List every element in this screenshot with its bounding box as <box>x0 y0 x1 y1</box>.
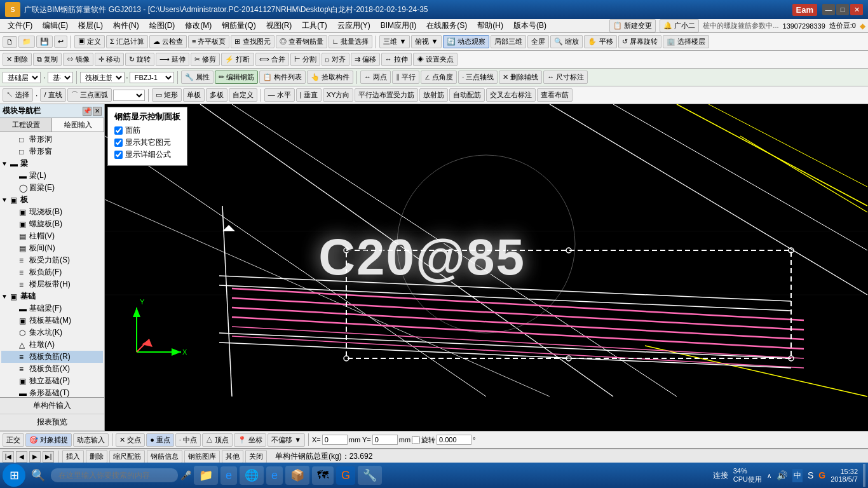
edit-rebar-button[interactable]: ✏ 编辑钢筋 <box>215 71 258 84</box>
speaker-icon[interactable]: 🔊 <box>776 470 787 480</box>
menu-component[interactable]: 构件(N) <box>108 19 144 32</box>
close-button[interactable]: ✕ <box>850 4 863 15</box>
taskbar-app-app1[interactable]: 📦 <box>285 466 309 485</box>
tree-item-foundation-beam[interactable]: ▬ 基础梁(F) <box>1 302 103 315</box>
tree-item-beam-l[interactable]: ▬ 梁(L) <box>1 170 103 182</box>
guang-xiao-er-button[interactable]: 🔔 广小二 <box>660 19 699 32</box>
taskbar-app-ie2[interactable]: e <box>266 466 283 485</box>
split-button[interactable]: ⊢ 分割 <box>290 53 320 66</box>
center-snap-button[interactable]: · 中点 <box>175 433 201 447</box>
tree-item-foundation[interactable]: ▼ ▣ 基础 <box>1 290 103 302</box>
move-button[interactable]: ✛ 移动 <box>95 53 124 66</box>
tree-item-slab-inter[interactable]: ▤ 板间(N) <box>1 242 103 254</box>
tree-item-column-cap[interactable]: ▤ 柱帽(V) <box>1 230 103 242</box>
view-rebar-button[interactable]: ◎ 查看钢筋量 <box>276 35 327 48</box>
nav-next-button[interactable]: ▶ <box>29 451 41 463</box>
menu-floor[interactable]: 楼层(L) <box>73 19 108 32</box>
stretch-button[interactable]: ↔ 拉伸 <box>381 53 412 66</box>
y-input[interactable] <box>372 435 398 445</box>
show-desktop-button[interactable] <box>863 464 865 487</box>
radial-rebar-button[interactable]: 放射筋 <box>419 88 448 102</box>
offset-button[interactable]: ⇉ 偏移 <box>351 53 380 66</box>
tree-item-slab-rebar[interactable]: ≡ 板受力筋(S) <box>1 254 103 266</box>
maximize-button[interactable]: □ <box>836 4 849 15</box>
x-input[interactable] <box>322 435 348 445</box>
select-tool-button[interactable]: ↖ 选择 <box>3 88 33 102</box>
summary-calc-button[interactable]: Σ 汇总计算 <box>106 35 148 48</box>
menu-version[interactable]: 版本号(B) <box>508 19 552 32</box>
tree-item-sump[interactable]: ⬡ 集水坑(K) <box>1 327 103 339</box>
rect-button[interactable]: ▭ 矩形 <box>152 88 182 102</box>
tree-item-strip-foundation[interactable]: ▬ 条形基础(T) <box>1 387 103 397</box>
delete-row-button[interactable]: 删除 <box>86 450 107 463</box>
base-select[interactable]: 基础 <box>48 72 73 83</box>
menu-cloud[interactable]: 云应用(Y) <box>332 19 376 32</box>
define-button[interactable]: ▣ 定义 <box>74 35 105 48</box>
set-grip-button[interactable]: ◈ 设置夹点 <box>413 53 458 66</box>
menu-edit[interactable]: 编辑(E) <box>37 19 73 32</box>
parallel-edge-button[interactable]: 平行边布置受力筋 <box>355 88 418 102</box>
minimize-button[interactable]: — <box>822 4 835 15</box>
draw-mode-select[interactable] <box>113 90 145 101</box>
report-preview-button[interactable]: 报表预览 <box>0 414 104 431</box>
show-formula-checkbox-row[interactable]: 显示详细公式 <box>114 149 180 160</box>
show-other-elements-checkbox[interactable] <box>114 139 123 147</box>
tree-item-cast-slab[interactable]: ▣ 现浇板(B) <box>1 206 103 218</box>
scale-rebar-button[interactable]: 缩尺配筋 <box>109 450 145 463</box>
batch-select-button[interactable]: ∟ 批量选择 <box>329 35 373 48</box>
extend-button[interactable]: ⟶ 延伸 <box>156 53 189 66</box>
taskbar-app-app2[interactable]: 🗺 <box>312 466 334 485</box>
single-component-input-button[interactable]: 单构件输入 <box>0 398 104 414</box>
layer-select[interactable]: 基础层 <box>3 72 41 83</box>
tree-item-slab[interactable]: ▼ ▣ 板 <box>1 194 103 206</box>
arc-tool-button[interactable]: ⌒ 三点画弧 <box>67 88 112 102</box>
tree-item-raft-neg-rebar[interactable]: ≡ 筏板负筋(R) <box>1 351 103 363</box>
show-formula-checkbox[interactable] <box>114 151 123 159</box>
tree-item-slab-neg-rebar[interactable]: ≡ 板负筋(F) <box>1 266 103 278</box>
tree-item-strip-hole[interactable]: □ 带形洞 <box>1 133 103 146</box>
menu-file[interactable]: 文件(F) <box>3 19 37 32</box>
tree-item-beam[interactable]: ▼ ▬ 梁 <box>1 158 103 170</box>
point-angle-button[interactable]: ∠ 点角度 <box>421 71 457 84</box>
find-element-button[interactable]: ⊞ 查找图元 <box>231 35 274 48</box>
single-slab-button[interactable]: 单板 <box>183 88 205 102</box>
rotate-button[interactable]: ↻ 旋转 <box>125 53 154 66</box>
pick-component-button[interactable]: 👆 拾取构件 <box>307 71 353 84</box>
trim-button[interactable]: ✂ 修剪 <box>191 53 220 66</box>
nav-last-button[interactable]: ▶| <box>43 451 54 463</box>
auto-rebar-button[interactable]: 自动配筋 <box>449 88 485 102</box>
dynamic-input-button[interactable]: 动态输入 <box>73 433 109 447</box>
object-snap-button[interactable]: 🎯 对象捕捉 <box>25 433 72 447</box>
tree-item-isolated-foundation[interactable]: ▣ 独立基础(P) <box>1 375 103 387</box>
parallel-button[interactable]: ∥ 平行 <box>392 71 419 84</box>
cloud-check-button[interactable]: ☁ 云检查 <box>149 35 187 48</box>
mirror-button[interactable]: ⇔ 镜像 <box>63 53 93 66</box>
taskbar-app-app3[interactable]: 🔧 <box>358 466 382 485</box>
rotate-checkbox[interactable] <box>412 436 420 444</box>
taskbar-app-gdsoft[interactable]: G <box>336 466 355 485</box>
menu-online[interactable]: 在线服务(S) <box>421 19 472 32</box>
close-panel-button[interactable]: 关闭 <box>245 450 267 463</box>
delete-button[interactable]: ✕ 删除 <box>3 53 32 66</box>
view-rebar-dist-button[interactable]: 查看布筋 <box>537 88 573 102</box>
new-file-button[interactable]: 🗋 <box>3 36 17 48</box>
insert-row-button[interactable]: 插入 <box>62 450 84 463</box>
taskbar-search-input[interactable] <box>51 468 178 482</box>
sidebar-pin-button[interactable]: 📌 <box>83 107 92 116</box>
tree-item-circle-beam[interactable]: ◯ 圆梁(E) <box>1 182 103 194</box>
level-slab-button[interactable]: ≡ 齐平板页 <box>188 35 229 48</box>
pan-button[interactable]: ✋ 平移 <box>584 35 616 48</box>
multi-slab-button[interactable]: 多板 <box>206 88 227 102</box>
cad-canvas-area[interactable]: Y X C20@85 钢筋显示控制面板 面筋 显示其它图元 显示详细 <box>105 104 868 431</box>
properties-button[interactable]: 🔧 属性 <box>181 71 214 84</box>
horizontal-button[interactable]: — 水平 <box>264 88 295 102</box>
tree-item-raft-neg-rebar2[interactable]: ≡ 筏板负筋(X) <box>1 363 103 375</box>
start-button[interactable]: ⊞ <box>3 464 25 487</box>
menu-view[interactable]: 视图(R) <box>261 19 297 32</box>
local-3d-button[interactable]: 局部三维 <box>491 35 526 48</box>
no-offset-button[interactable]: 不偏移 ▼ <box>268 433 305 447</box>
vertex-snap-button[interactable]: △ 顶点 <box>202 433 233 447</box>
rotate-input[interactable] <box>437 435 471 445</box>
select-floor-button[interactable]: 🏢 选择楼层 <box>663 35 709 48</box>
top-view-button[interactable]: 俯视 ▼ <box>411 35 442 48</box>
